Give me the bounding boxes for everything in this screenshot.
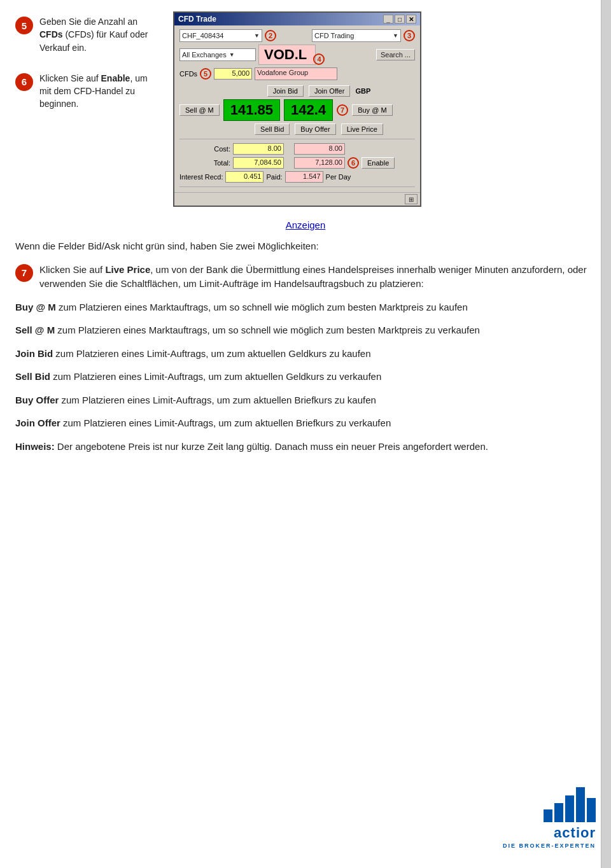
actior-name: actior (554, 825, 596, 841)
cost-label: Cost: (179, 145, 230, 153)
paragraph-item: Join Bid zum Platzieren eines Limit-Auft… (15, 347, 596, 361)
actior-bar (576, 787, 585, 822)
section-7: 7 Klicken Sie auf Live Price, um von der… (15, 263, 596, 291)
enable-button[interactable]: Enable (362, 157, 395, 169)
left-column: 5 Geben Sie die Anzahl an CFDs (CFDs) fü… (15, 11, 162, 111)
company-field: Vodafone Group (255, 67, 337, 80)
paragraph-item: Hinweis: Der angebotene Preis ist nur ku… (15, 440, 596, 454)
bid-price: 141.85 (223, 99, 280, 121)
separator-1 (179, 139, 415, 139)
interest-label: Interest Recd: (179, 173, 223, 181)
paragraph-item: Join Offer zum Platzieren eines Limit-Au… (15, 416, 596, 431)
main-layout: 5 Geben Sie die Anzahl an CFDs (CFDs) fü… (15, 11, 596, 207)
cfds-value[interactable]: 5,000 (214, 68, 252, 80)
account-dropdown[interactable]: CHF_408434 ▼ (179, 29, 262, 42)
paragraph-item: Sell Bid zum Platzieren eines Limit-Auft… (15, 370, 596, 384)
actior-bar (565, 795, 574, 822)
cfd-window-title: CFD Trade (178, 15, 216, 24)
maximize-button[interactable]: □ (395, 15, 405, 24)
total-label: Total: (179, 159, 230, 167)
cfd-trade-window: CFD Trade _ □ ✕ CHF_408434 ▼ 2 CFD Tradi… (173, 11, 421, 207)
section-badge-7: 7 (15, 264, 33, 282)
step-text-5: Geben Sie die Anzahl an CFDs (CFDs) für … (39, 15, 162, 54)
buy-offer-button[interactable]: Buy Offer (295, 123, 335, 135)
row-join-buttons: Join Bid Join Offer GBP (179, 85, 415, 97)
cfds-label: CFDs (179, 70, 197, 78)
close-button[interactable]: ✕ (406, 15, 416, 24)
separator-2 (179, 186, 415, 187)
step-badge-6: 6 (15, 73, 33, 91)
row-cost: Cost: 8.00 8.00 (179, 143, 415, 155)
cfd-body: CHF_408434 ▼ 2 CFD Trading ▼ 3 All Excha… (174, 25, 420, 192)
exchange-dropdown[interactable]: All Exchanges ▼ (179, 48, 256, 61)
actior-bar (587, 798, 596, 822)
anzeigen-link[interactable]: Anzeigen (15, 220, 596, 230)
cfd-titlebar: CFD Trade _ □ ✕ (174, 13, 420, 25)
scrollbar[interactable] (601, 0, 611, 868)
paragraph-item: Buy @ M zum Platzieren eines Marktauftra… (15, 300, 596, 315)
total-ask-field: 7,128.00 (294, 157, 345, 169)
interest-value-field: 0.451 (225, 171, 263, 183)
symbol-display: VOD.L (258, 45, 316, 65)
paragraphs-container: Buy @ M zum Platzieren eines Marktauftra… (15, 300, 596, 454)
badge-2: 2 (265, 30, 276, 41)
cfd-titlebar-buttons: _ □ ✕ (383, 15, 416, 24)
row-prices: Sell @ M 141.85 142.4 7 Buy @ M (179, 99, 415, 121)
paid-value-field: 1.547 (285, 171, 323, 183)
actior-bar (554, 803, 563, 822)
paragraph-item: Sell @ M zum Platzieren eines Marktauftr… (15, 323, 596, 338)
badge-6-enable: 6 (348, 157, 359, 169)
trading-type-arrow: ▼ (393, 32, 398, 39)
row-symbol: All Exchanges ▼ VOD.L 4 Search ... (179, 45, 415, 65)
buy-at-market-button[interactable]: Buy @ M (352, 104, 392, 116)
account-dropdown-arrow: ▼ (254, 32, 260, 39)
cost-ask-field: 8.00 (294, 143, 345, 155)
search-button[interactable]: Search ... (376, 49, 415, 60)
row-cfds: CFDs 5 5,000 Vodafone Group (179, 67, 415, 80)
minimize-button[interactable]: _ (383, 15, 393, 24)
currency-label: GBP (355, 87, 370, 95)
cost-bid-field: 8.00 (233, 143, 284, 155)
actior-bar (544, 809, 552, 822)
paragraph-item: Buy Offer zum Platzieren eines Limit-Auf… (15, 393, 596, 408)
live-price-button[interactable]: Live Price (341, 123, 383, 135)
trading-type-dropdown[interactable]: CFD Trading ▼ (312, 29, 401, 42)
statusbar-icon: ⊞ (405, 194, 418, 204)
bottom-section: Anzeigen Wenn die Felder Bid/Ask nicht g… (15, 220, 596, 454)
badge-7: 7 (337, 104, 348, 116)
actior-logo: actior DIE BROKER-EXPERTEN (503, 787, 596, 849)
step-badge-5: 5 (15, 17, 33, 34)
per-day-label: Per Day (326, 173, 351, 181)
badge-4: 4 (313, 53, 325, 65)
cfd-statusbar: ⊞ (174, 192, 420, 206)
step-6: 6 Klicken Sie auf Enable, um mit dem CFD… (15, 72, 162, 111)
step-text-6: Klicken Sie auf Enable, um mit dem CFD-H… (39, 72, 162, 111)
paid-label: Paid: (266, 173, 282, 181)
ask-price: 142.4 (284, 99, 333, 121)
actior-sub: DIE BROKER-EXPERTEN (503, 843, 596, 849)
intro-text: Wenn die Felder Bid/Ask nicht grün sind,… (15, 239, 596, 254)
exchange-arrow: ▼ (229, 52, 235, 58)
row-bid-offer-buttons: Sell Bid Buy Offer Live Price (179, 123, 415, 135)
row-total: Total: 7,084.50 7,128.00 6 Enable (179, 157, 415, 169)
join-bid-button[interactable]: Join Bid (267, 85, 304, 97)
actior-bar-chart (544, 787, 596, 822)
join-offer-button[interactable]: Join Offer (309, 85, 351, 97)
badge-3: 3 (404, 30, 415, 41)
section-7-text: Klicken Sie auf Live Price, um von der B… (39, 263, 596, 291)
badge-5: 5 (200, 68, 211, 80)
row-account: CHF_408434 ▼ 2 CFD Trading ▼ 3 (179, 29, 415, 42)
sell-at-market-button[interactable]: Sell @ M (179, 104, 220, 116)
sell-bid-button[interactable]: Sell Bid (255, 123, 290, 135)
row-interest: Interest Recd: 0.451 Paid: 1.547 Per Day (179, 171, 415, 183)
total-bid-field: 7,084.50 (233, 157, 284, 169)
step-5: 5 Geben Sie die Anzahl an CFDs (CFDs) fü… (15, 15, 162, 54)
